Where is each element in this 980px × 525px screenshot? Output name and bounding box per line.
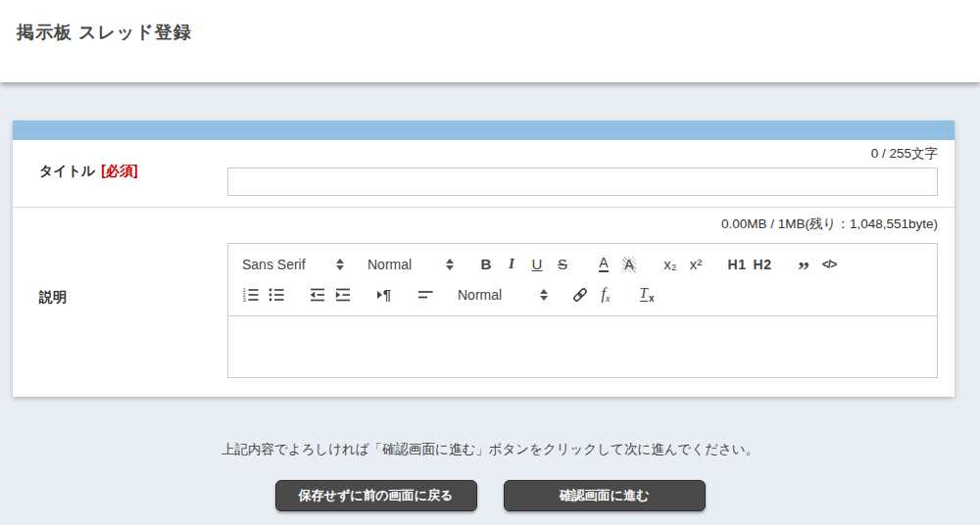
text-color-icon: A xyxy=(599,256,608,272)
align-button[interactable] xyxy=(413,283,438,307)
title-input[interactable] xyxy=(227,167,938,196)
editor-content[interactable] xyxy=(228,316,937,377)
formula-button[interactable]: fx xyxy=(593,283,618,307)
description-field-area: 0.00MB / 1MB(残り：1,048,551byte) Sans Seri… xyxy=(227,216,938,378)
picker-arrows-icon xyxy=(540,289,548,301)
form-panel: タイトル [必須] 0 / 255文字 説明 0.00MB / 1MB(残り：1… xyxy=(13,120,955,397)
subscript-icon: x₂ xyxy=(663,256,676,272)
bullet-list-button[interactable] xyxy=(264,283,289,307)
blockquote-icon: ” xyxy=(798,255,809,274)
direction-icon xyxy=(377,291,382,299)
toolbar-row-2: 1 2 3 xyxy=(238,279,927,310)
pilcrow-icon: ¶ xyxy=(383,286,391,303)
background-color-icon: A xyxy=(622,257,635,272)
header2-button[interactable]: H2 xyxy=(750,253,775,276)
subscript-button[interactable]: x₂ xyxy=(658,253,683,276)
size-counter: 0.00MB / 1MB(残り：1,048,551byte) xyxy=(227,216,938,232)
code-block-icon: </> xyxy=(822,258,836,271)
bold-button[interactable]: B xyxy=(473,253,499,276)
formula-icon: fx xyxy=(602,285,611,304)
lineheight-picker-label: Normal xyxy=(458,287,502,303)
italic-button[interactable]: I xyxy=(499,253,524,276)
editor-toolbar: Sans Serif Normal B I U S xyxy=(228,244,937,316)
picker-arrows-icon xyxy=(336,259,344,270)
link-button[interactable] xyxy=(567,283,593,307)
title-row: タイトル [必須] 0 / 255文字 xyxy=(13,140,955,207)
picker-arrows-icon xyxy=(446,259,454,270)
description-row-label: 説明 xyxy=(13,216,227,378)
title-field-area: 0 / 255文字 xyxy=(227,146,938,196)
confirm-button[interactable]: 確認画面に進む xyxy=(504,480,706,511)
description-row: 説明 0.00MB / 1MB(残り：1,048,551byte) Sans S… xyxy=(13,207,955,397)
superscript-button[interactable]: x² xyxy=(683,253,709,276)
align-icon xyxy=(416,286,434,304)
ordered-list-button[interactable]: 1 2 3 xyxy=(238,283,264,307)
action-button-row: 保存せずに前の画面に戻る 確認画面に進む xyxy=(0,480,980,511)
svg-text:3: 3 xyxy=(243,297,247,303)
title-label: タイトル xyxy=(39,163,95,180)
panel-accent-bar xyxy=(13,120,955,140)
rich-text-editor: Sans Serif Normal B I U S xyxy=(227,243,938,378)
outdent-button[interactable] xyxy=(305,283,330,307)
bullet-list-icon xyxy=(268,286,285,304)
italic-icon: I xyxy=(509,256,514,272)
back-button[interactable]: 保存せずに前の画面に戻る xyxy=(275,480,477,511)
clean-format-button[interactable]: Tx xyxy=(634,283,660,307)
clean-format-icon: Tx xyxy=(640,285,655,304)
header-picker[interactable]: Normal xyxy=(364,253,458,276)
header1-icon: H1 xyxy=(728,257,747,272)
instruction-text: 上記内容でよろしければ「確認画面に進む」ボタンをクリックして次に進んでください。 xyxy=(0,441,980,458)
strikethrough-icon: S xyxy=(558,256,567,272)
underline-button[interactable]: U xyxy=(524,253,550,276)
strikethrough-button[interactable]: S xyxy=(550,253,575,276)
font-picker-label: Sans Serif xyxy=(242,257,306,272)
font-picker[interactable]: Sans Serif xyxy=(238,253,348,276)
ordered-list-icon: 1 2 3 xyxy=(242,286,260,304)
indent-button[interactable] xyxy=(330,283,356,307)
page-title: 掲示板 スレッド登録 xyxy=(17,21,980,44)
text-color-button[interactable]: A xyxy=(591,253,616,276)
blockquote-button[interactable]: ” xyxy=(791,253,816,276)
toolbar-row-1: Sans Serif Normal B I U S xyxy=(238,249,927,279)
underline-icon: U xyxy=(532,256,543,272)
page-header: 掲示板 スレッド登録 xyxy=(0,0,980,82)
lineheight-picker[interactable]: Normal xyxy=(454,283,552,307)
title-row-label: タイトル [必須] xyxy=(13,146,227,196)
outdent-icon xyxy=(309,286,326,304)
text-direction-button[interactable]: ¶ xyxy=(371,283,397,307)
title-char-counter: 0 / 255文字 xyxy=(227,146,938,162)
description-label: 説明 xyxy=(39,289,67,307)
header1-button[interactable]: H1 xyxy=(724,253,750,276)
required-badge: [必須] xyxy=(101,163,137,180)
superscript-icon: x² xyxy=(690,256,703,272)
code-block-button[interactable]: </> xyxy=(816,253,842,276)
header-picker-label: Normal xyxy=(368,257,412,272)
bold-icon: B xyxy=(481,256,492,272)
background-color-button[interactable]: A xyxy=(616,253,642,276)
indent-icon xyxy=(334,286,352,304)
header2-icon: H2 xyxy=(754,257,772,272)
main-content: タイトル [必須] 0 / 255文字 説明 0.00MB / 1MB(残り：1… xyxy=(0,120,980,511)
link-icon xyxy=(571,286,589,304)
